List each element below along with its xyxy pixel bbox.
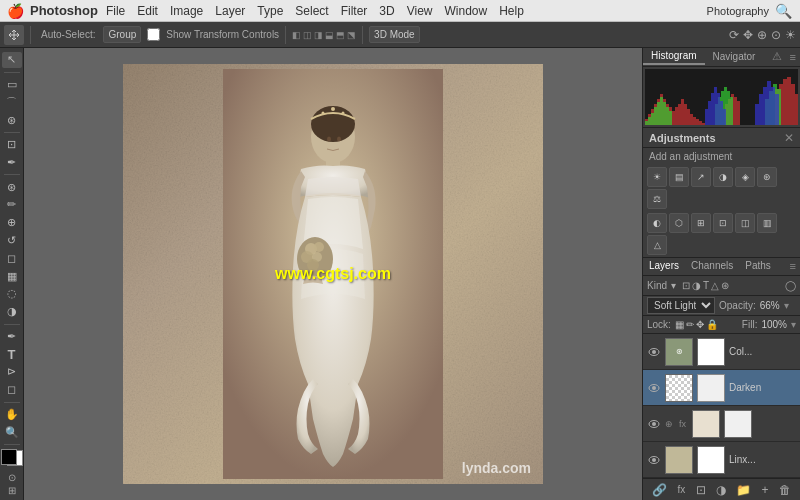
layer-item-3[interactable]: ⊕ fx	[643, 406, 800, 442]
new-group-icon[interactable]: 📁	[736, 483, 751, 497]
align-middle-icon[interactable]: ⬒	[336, 30, 345, 40]
eyedropper-tool[interactable]: ✒	[2, 155, 22, 171]
kind-dropdown-icon[interactable]: ▾	[671, 280, 676, 291]
layer-eye-4[interactable]	[647, 453, 661, 467]
menu-filter[interactable]: Filter	[341, 4, 368, 18]
layer-eye-3[interactable]	[647, 417, 661, 431]
layer-item-darken[interactable]: Darken	[643, 370, 800, 406]
apple-icon[interactable]: 🍎	[0, 3, 30, 19]
vibrance-icon[interactable]: ◈	[735, 167, 755, 187]
filter-smart-icon[interactable]: ⊛	[721, 280, 729, 291]
tab-channels[interactable]: Channels	[685, 258, 739, 275]
opacity-dropdown-icon[interactable]: ▾	[784, 300, 789, 311]
lock-paint-icon[interactable]: ✏	[686, 319, 694, 330]
group-select[interactable]: Group	[103, 26, 141, 43]
lock-move-icon[interactable]: ✥	[696, 319, 704, 330]
type-tool[interactable]: T	[2, 346, 22, 362]
adjustments-close[interactable]: ✕	[784, 131, 794, 145]
shape-tool[interactable]: ◻	[2, 382, 22, 398]
align-center-icon[interactable]: ◫	[303, 30, 312, 40]
opacity-value[interactable]: 66%	[760, 300, 780, 311]
menu-view[interactable]: View	[407, 4, 433, 18]
menu-image[interactable]: Image	[170, 4, 203, 18]
layer-adjustment-icon[interactable]: ◑	[716, 483, 726, 497]
menu-window[interactable]: Window	[445, 4, 488, 18]
dodge-tool[interactable]: ◑	[2, 304, 22, 320]
search-icon[interactable]: 🔍	[775, 3, 792, 19]
tab-layers[interactable]: Layers	[643, 258, 685, 275]
layer-item-4[interactable]: Linx...	[643, 442, 800, 478]
layer-link-icon[interactable]: 🔗	[652, 483, 667, 497]
layer-eye-color[interactable]	[647, 345, 661, 359]
align-right-icon[interactable]: ◨	[314, 30, 323, 40]
layer-fx-icon[interactable]: fx	[677, 484, 685, 495]
light-3d-icon[interactable]: ☀	[785, 28, 796, 42]
gradient-tool[interactable]: ▦	[2, 268, 22, 284]
blur-tool[interactable]: ◌	[2, 286, 22, 302]
show-transform-checkbox[interactable]	[147, 28, 160, 41]
menu-3d[interactable]: 3D	[379, 4, 394, 18]
brush-tool[interactable]: ✏	[2, 197, 22, 213]
histogram-warning-icon[interactable]: ⚠	[768, 50, 786, 63]
path-select-tool[interactable]: ⊳	[2, 364, 22, 380]
color-balance-icon[interactable]: ⚖	[647, 189, 667, 209]
channel-mixer-icon[interactable]: ⊞	[691, 213, 711, 233]
tab-histogram[interactable]: Histogram	[643, 48, 705, 65]
align-top-icon[interactable]: ⬓	[325, 30, 334, 40]
quick-select-tool[interactable]: ⊛	[2, 112, 22, 128]
color-lookup-icon[interactable]: ⊡	[713, 213, 733, 233]
crop-tool[interactable]: ⊡	[2, 137, 22, 153]
levels-icon[interactable]: ▤	[669, 167, 689, 187]
menu-layer[interactable]: Layer	[215, 4, 245, 18]
move-tool-icon[interactable]	[4, 25, 24, 45]
foreground-color[interactable]	[1, 449, 17, 465]
curves-icon[interactable]: ↗	[691, 167, 711, 187]
layer-eye-darken[interactable]	[647, 381, 661, 395]
layer-mask-icon[interactable]: ⊡	[696, 483, 706, 497]
filter-type-icon[interactable]: T	[703, 280, 709, 291]
pen-tool[interactable]: ✒	[2, 328, 22, 344]
layers-menu-icon[interactable]: ≡	[786, 258, 800, 275]
screen-mode-icon[interactable]: ⊞	[8, 485, 16, 496]
hue-sat-icon[interactable]: ⊛	[757, 167, 777, 187]
color-swatches[interactable]	[1, 449, 23, 466]
filter-pixel-icon[interactable]: ⊡	[682, 280, 690, 291]
delete-layer-icon[interactable]: 🗑	[779, 483, 791, 497]
menu-help[interactable]: Help	[499, 4, 524, 18]
lock-transparent-icon[interactable]: ▦	[675, 319, 684, 330]
spot-heal-tool[interactable]: ⊛	[2, 179, 22, 195]
zoom-3d-icon[interactable]: ⊕	[757, 28, 767, 42]
fill-value[interactable]: 100%	[761, 319, 787, 330]
rotate-3d-icon[interactable]: ⟳	[729, 28, 739, 42]
3d-mode-btn[interactable]: 3D Mode	[369, 26, 420, 43]
align-left-icon[interactable]: ◧	[292, 30, 301, 40]
exposure-icon[interactable]: ◑	[713, 167, 733, 187]
menu-select[interactable]: Select	[295, 4, 328, 18]
fill-dropdown-icon[interactable]: ▾	[791, 319, 796, 330]
lasso-tool[interactable]: ⌒	[2, 94, 22, 110]
filter-toggle[interactable]: ◯	[785, 280, 796, 291]
align-bottom-icon[interactable]: ⬔	[347, 30, 356, 40]
zoom-tool[interactable]: 🔍	[2, 424, 22, 440]
rect-select-tool[interactable]: ▭	[2, 77, 22, 93]
threshold-icon[interactable]: △	[647, 235, 667, 255]
lock-all-icon[interactable]: 🔒	[706, 319, 718, 330]
black-white-icon[interactable]: ◐	[647, 213, 667, 233]
invert-icon[interactable]: ◫	[735, 213, 755, 233]
clone-stamp-tool[interactable]: ⊕	[2, 215, 22, 231]
eraser-tool[interactable]: ◻	[2, 250, 22, 266]
blend-mode-select[interactable]: Soft Light	[647, 297, 715, 314]
tab-paths[interactable]: Paths	[739, 258, 777, 275]
photo-filter-icon[interactable]: ⬡	[669, 213, 689, 233]
move-tool[interactable]: ↖	[2, 52, 22, 68]
menu-file[interactable]: File	[106, 4, 125, 18]
filter-adjustment-icon[interactable]: ◑	[692, 280, 701, 291]
camera-3d-icon[interactable]: ⊙	[771, 28, 781, 42]
history-brush-tool[interactable]: ↺	[2, 233, 22, 249]
quick-mask-icon[interactable]: ⊙	[8, 472, 16, 483]
filter-shape-icon[interactable]: △	[711, 280, 719, 291]
layer-item-color[interactable]: ⊛ Col...	[643, 334, 800, 370]
brightness-contrast-icon[interactable]: ☀	[647, 167, 667, 187]
hand-tool[interactable]: ✋	[2, 406, 22, 422]
tab-navigator[interactable]: Navigator	[705, 49, 764, 64]
